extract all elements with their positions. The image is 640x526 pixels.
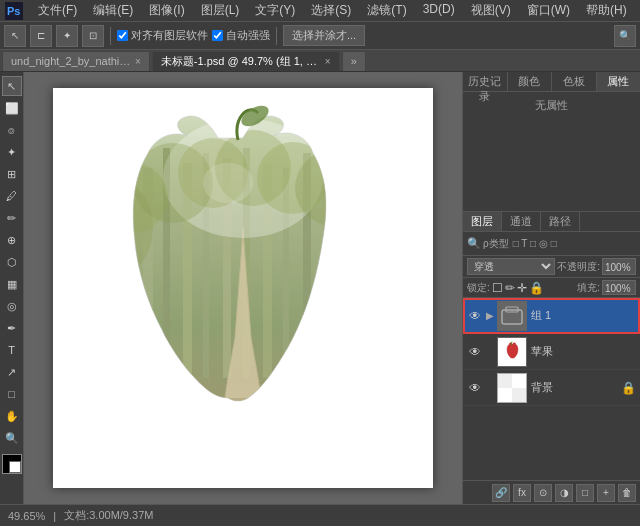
layer-row-background[interactable]: 👁 背景 🔒 (463, 370, 640, 406)
menu-layer[interactable]: 图层(L) (193, 0, 248, 21)
eyedropper-tool[interactable]: 🖊 (2, 186, 22, 206)
lasso-tool[interactable]: ⌾ (2, 120, 22, 140)
quick-select-tool[interactable]: ✦ (2, 142, 22, 162)
menu-view[interactable]: 视图(V) (463, 0, 519, 21)
align-checkbox[interactable] (117, 30, 128, 41)
layer-eye-group1[interactable]: 👁 (467, 308, 483, 324)
hand-tool[interactable]: ✋ (2, 406, 22, 426)
menu-text[interactable]: 文字(Y) (247, 0, 303, 21)
layer-name-apple: 苹果 (531, 344, 636, 359)
toolbar-select-btn[interactable]: ⊡ (82, 25, 104, 47)
layer-mask-btn[interactable]: ⊙ (534, 484, 552, 502)
layer-eye-background[interactable]: 👁 (467, 380, 483, 396)
app-logo: Ps (4, 1, 24, 21)
toolbar-arrow-btn[interactable]: ↖ (4, 25, 26, 47)
pen-tool[interactable]: ✒ (2, 318, 22, 338)
layer-name-group1: 组 1 (531, 308, 636, 323)
layer-group-btn[interactable]: □ (576, 484, 594, 502)
layer-row-apple[interactable]: 👁 苹果 (463, 334, 640, 370)
menu-file[interactable]: 文件(F) (30, 0, 85, 21)
tab-layers[interactable]: 图层 (463, 212, 502, 231)
tab2-close[interactable]: × (325, 56, 331, 67)
menu-3d[interactable]: 3D(D) (415, 0, 463, 21)
brush-tool[interactable]: ✏ (2, 208, 22, 228)
lock-transparent-icon[interactable]: ☐ (492, 281, 503, 295)
tab-swatches[interactable]: 色板 (552, 72, 597, 91)
layer-thumb-apple (497, 337, 527, 367)
status-sep: | (53, 510, 56, 522)
tab1-close[interactable]: × (135, 56, 141, 67)
tab-more[interactable]: » (342, 51, 366, 71)
align-checkbox-group: 对齐有图层软件 (117, 28, 208, 43)
filter-control: 🔍 ρ类型 □ T □ ◎ □ (467, 237, 557, 251)
menu-image[interactable]: 图像(I) (141, 0, 192, 21)
tab-history[interactable]: 历史记录 (463, 72, 508, 91)
properties-panel: 无属性 (463, 92, 640, 212)
layer-fx-btn[interactable]: fx (513, 484, 531, 502)
menu-items: 文件(F) 编辑(E) 图像(I) 图层(L) 文字(Y) 选择(S) 滤镜(T… (30, 0, 635, 21)
layers-toolbar: 🔍 ρ类型 □ T □ ◎ □ (463, 232, 640, 256)
search-btn[interactable]: 🔍 (614, 25, 636, 47)
opacity-label: 不透明度: (557, 260, 600, 274)
doc-info: 文档:3.00M/9.37M (64, 508, 153, 523)
filter-label: ρ类型 (483, 237, 509, 251)
toolbar-sep1 (110, 27, 111, 45)
fill-value[interactable]: 100% (602, 280, 636, 295)
svg-rect-38 (498, 374, 512, 388)
tab-properties[interactable]: 属性 (597, 72, 641, 91)
select-fill-btn[interactable]: 选择并涂才... (283, 25, 365, 46)
tab-file1[interactable]: und_night_2_by_nathies_stock-d4gy0ih.psd… (2, 51, 150, 71)
move-tool[interactable]: ↖ (2, 76, 22, 96)
gradient-tool[interactable]: ▦ (2, 274, 22, 294)
auto-checkbox[interactable] (212, 30, 223, 41)
menu-select[interactable]: 选择(S) (303, 0, 359, 21)
lock-pixel-icon[interactable]: ✏ (505, 281, 515, 295)
layer-delete-btn[interactable]: 🗑 (618, 484, 636, 502)
lock-label: 锁定: (467, 281, 490, 295)
text-tool[interactable]: T (2, 340, 22, 360)
layer-thumb-group1 (497, 301, 527, 331)
lock-position-icon[interactable]: ✛ (517, 281, 527, 295)
toolbar-lasso-btn[interactable]: ⊏ (30, 25, 52, 47)
path-select-tool[interactable]: ↗ (2, 362, 22, 382)
right-panel-tabs: 历史记录 颜色 色板 属性 (463, 72, 640, 92)
layer-link-btn[interactable]: 🔗 (492, 484, 510, 502)
main-layout: ↖ ⬜ ⌾ ✦ ⊞ 🖊 ✏ ⊕ ⬡ ▦ ◎ ✒ T ↗ □ ✋ 🔍 (0, 72, 640, 504)
layer-expand-group1[interactable]: ▶ (486, 310, 494, 321)
lock-all-icon[interactable]: 🔒 (529, 281, 544, 295)
menu-edit[interactable]: 编辑(E) (85, 0, 141, 21)
toolbox: ↖ ⬜ ⌾ ✦ ⊞ 🖊 ✏ ⊕ ⬡ ▦ ◎ ✒ T ↗ □ ✋ 🔍 (0, 72, 24, 504)
opacity-value[interactable]: 100% (602, 258, 636, 275)
apple-image (53, 88, 433, 488)
menu-filter[interactable]: 滤镜(T) (359, 0, 414, 21)
layer-eye-apple[interactable]: 👁 (467, 344, 483, 360)
layer-new-btn[interactable]: + (597, 484, 615, 502)
layer-row-group1[interactable]: 👁 ▶ 组 1 (463, 298, 640, 334)
toolbar-magic-btn[interactable]: ✦ (56, 25, 78, 47)
align-label: 对齐有图层软件 (131, 28, 208, 43)
tab1-label: und_night_2_by_nathies_stock-d4gy0ih.psd (11, 55, 131, 67)
clone-tool[interactable]: ⊕ (2, 230, 22, 250)
tab-channels[interactable]: 通道 (502, 212, 541, 231)
crop-tool[interactable]: ⊞ (2, 164, 22, 184)
menu-help[interactable]: 帮助(H) (578, 0, 635, 21)
tab-paths[interactable]: 路径 (541, 212, 580, 231)
menu-window[interactable]: 窗口(W) (519, 0, 578, 21)
layer-adjustment-btn[interactable]: ◑ (555, 484, 573, 502)
tab-color[interactable]: 颜色 (508, 72, 553, 91)
canvas-area (24, 72, 462, 504)
layers-panel-tabs: 图层 通道 路径 (463, 212, 640, 232)
shape-tool[interactable]: □ (2, 384, 22, 404)
status-bar: 49.65% | 文档:3.00M/9.37M (0, 504, 640, 526)
marquee-tool[interactable]: ⬜ (2, 98, 22, 118)
eraser-tool[interactable]: ⬡ (2, 252, 22, 272)
dodge-tool[interactable]: ◎ (2, 296, 22, 316)
lock-fill-row: 锁定: ☐ ✏ ✛ 🔒 填充: 100% (463, 278, 640, 298)
search-icon: 🔍 (467, 237, 481, 250)
zoom-tool[interactable]: 🔍 (2, 428, 22, 448)
foreground-background-color[interactable] (2, 454, 22, 474)
tab-file2[interactable]: 未标题-1.psd @ 49.7% (组 1, RGB/8#) * × (152, 51, 340, 71)
layers-bottom-bar: 🔗 fx ⊙ ◑ □ + 🗑 (463, 480, 640, 504)
blend-mode-select[interactable]: 穿透 (467, 258, 555, 275)
layer-thumb-background (497, 373, 527, 403)
